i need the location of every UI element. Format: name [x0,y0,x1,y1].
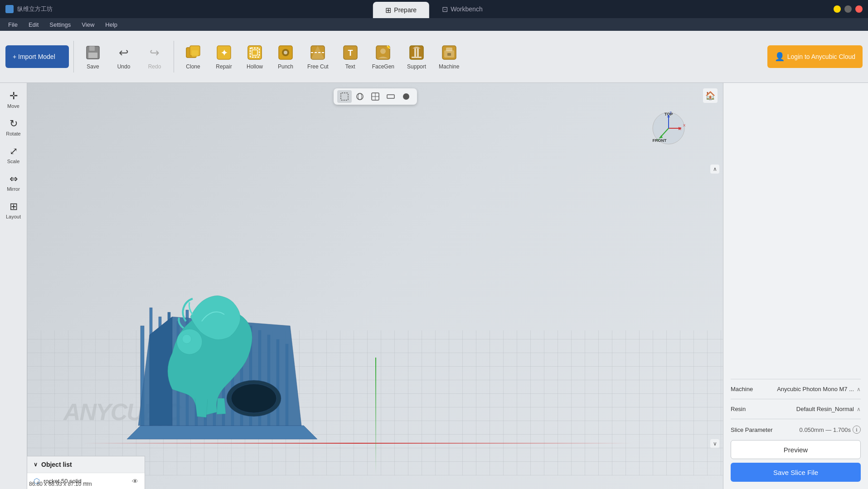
support-label: Support [407,63,426,70]
svg-point-73 [182,334,191,344]
toolbar-divider-1 [73,41,74,73]
viewport[interactable]: 🏠 TOP X FRONT X Y Z ∧ [27,83,723,489]
home-button[interactable]: 🏠 [703,88,718,103]
layout-label: Layout [6,214,21,219]
save-button[interactable]: Save [78,40,107,73]
freecut-label: Free Cut [307,63,329,70]
punch-icon [276,44,295,62]
svg-point-34 [358,93,362,100]
move-icon [10,90,18,102]
menu-edit[interactable]: Edit [24,19,43,30]
svg-text:✦: ✦ [221,48,228,58]
undo-button[interactable]: ↩ Undo [109,40,138,73]
svg-rect-2 [88,53,97,58]
maximize-button[interactable] [844,5,852,13]
slice-param-row: Slice Parameter 0.050mm — 1.700s ℹ [731,423,861,436]
machine-label: Machine [439,63,459,70]
workbench-icon: ⊡ [442,5,448,14]
visibility-toggle[interactable]: 👁 [132,478,138,485]
repair-button[interactable]: ✦ Repair [209,40,238,73]
svg-rect-5 [192,50,198,57]
menubar: File Edit Settings View Help [0,18,868,31]
axis-line-y [375,358,376,475]
text-label: Text [345,63,355,70]
scroll-up-button[interactable]: ∧ [710,165,719,174]
user-icon: 👤 [775,52,785,62]
menu-help[interactable]: Help [101,19,122,30]
cut-plane-button[interactable] [383,90,398,103]
tab-workbench[interactable]: ⊡ Workbench [429,0,495,18]
prepare-icon: ⊞ [385,6,391,15]
save-slice-button[interactable]: Save Slice File [731,463,861,482]
svg-point-22 [387,46,390,48]
freecut-button[interactable]: Free Cut [302,40,334,73]
transform-button[interactable] [368,90,383,103]
move-tool[interactable]: Move [1,87,26,112]
box-select-button[interactable] [337,90,352,103]
support-icon [407,44,426,62]
menu-settings[interactable]: Settings [45,19,75,30]
mirror-tool[interactable]: Mirror [1,169,26,195]
resin-param-row: Resin Default Resin_Normal ∧ [731,403,861,415]
move-label: Move [7,103,19,109]
svg-rect-24 [412,57,422,58]
machine-param-row: Machine Anycubic Photon Mono M7 ... ∧ [731,383,861,395]
slice-param-label: Slice Parameter [731,426,772,433]
slice-info-icon[interactable]: ℹ [853,426,861,434]
svg-point-39 [403,93,409,100]
import-model-button[interactable]: + Import Model [5,45,69,68]
dark-mode-button[interactable] [399,90,413,103]
redo-button[interactable]: ↪ Redo [140,40,169,73]
rotate-label: Rotate [6,131,20,136]
app-logo [5,5,14,13]
scale-tool[interactable]: Scale [1,142,26,168]
object-list-header[interactable]: ∨ Object list [27,456,145,473]
minimize-button[interactable] [834,5,841,13]
svg-text:Z: Z [669,111,672,115]
machine-button[interactable]: Machine [433,40,465,73]
sphere-view-button[interactable] [353,90,367,103]
text-button[interactable]: T Text [336,40,365,73]
preview-button[interactable]: Preview [731,440,861,459]
menu-view[interactable]: View [77,19,99,30]
svg-text:T: T [348,48,353,58]
layout-tool[interactable]: Layout [1,197,26,223]
repair-label: Repair [216,63,232,70]
clone-label: Clone [186,63,200,70]
machine-value[interactable]: Anycubic Photon Mono M7 ... ∧ [777,386,861,392]
facegen-button[interactable]: FaceGen [367,40,400,73]
hollow-icon [246,44,264,62]
toolbar: + Import Model Save ↩ Undo ↪ Redo [0,31,868,83]
svg-rect-26 [417,48,419,57]
titlebar-tabs: ⊞ Prepare ⊡ Workbench [373,0,495,18]
3d-model[interactable] [127,244,317,453]
tab-prepare[interactable]: ⊞ Prepare [373,2,429,18]
menu-file[interactable]: File [4,19,22,30]
rotate-tool[interactable]: Rotate [1,114,26,140]
resin-label: Resin [731,406,746,412]
machine-chevron-icon: ∧ [857,386,861,392]
support-button[interactable]: Support [402,40,432,73]
repair-icon: ✦ [215,44,233,62]
resin-value[interactable]: Default Resin_Normal ∧ [796,406,861,412]
close-button[interactable] [855,5,863,13]
svg-rect-32 [341,93,348,100]
param-divider-3 [731,419,861,419]
clone-icon [184,44,202,62]
punch-button[interactable]: Punch [271,40,300,73]
clone-button[interactable]: Clone [179,40,208,73]
undo-label: Undo [117,63,131,70]
right-panel: Machine Anycubic Photon Mono M7 ... ∧ Re… [723,83,868,489]
left-sidebar: Move Rotate Scale Mirror Layout [0,83,27,489]
hollow-button[interactable]: Hollow [240,40,269,73]
svg-rect-30 [446,48,452,51]
redo-label: Redo [148,63,161,70]
machine-icon [440,44,458,62]
login-button[interactable]: 👤 Login to Anycubic Cloud [767,45,863,68]
scale-icon [10,145,18,157]
svg-rect-25 [414,48,416,57]
chevron-down-icon: ∨ [34,461,38,468]
svg-point-33 [357,93,363,100]
freecut-icon [309,44,327,62]
layout-icon [10,201,18,213]
